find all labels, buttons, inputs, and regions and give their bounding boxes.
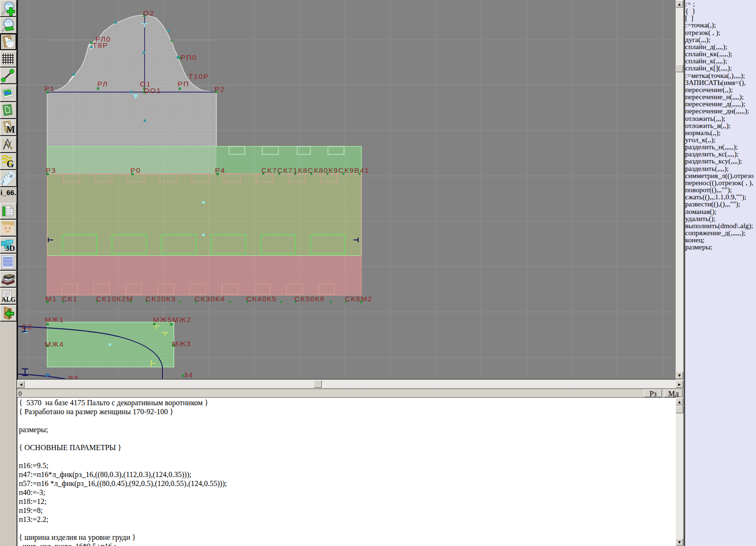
svg-text:М1: М1 [45, 295, 57, 303]
svg-text:34: 34 [184, 371, 193, 379]
svg-text:Т10Р: Т10Р [189, 72, 209, 80]
svg-text:РП0: РП0 [180, 53, 197, 61]
svg-text:МЖ5МЖ2: МЖ5МЖ2 [153, 316, 191, 324]
svg-text:В6: В6 [69, 374, 79, 379]
svg-text:МЖ3: МЖ3 [172, 340, 191, 348]
svg-text:СК50К6: СК50К6 [294, 295, 325, 303]
svg-text:С2: С2 [22, 323, 33, 331]
svg-text:7: 7 [1, 180, 4, 186]
svg-text:G: G [7, 159, 14, 169]
svg-text:СК10К2М: СК10К2М [96, 295, 133, 303]
svg-text:ОО1: ОО1 [144, 86, 162, 94]
svg-text:МЖ1: МЖ1 [45, 316, 64, 324]
svg-text:РЛ: РЛ [97, 80, 108, 88]
svg-text:Р3: Р3 [46, 166, 56, 174]
svg-text:3D: 3D [5, 244, 15, 252]
svg-text:Р1: Р1 [44, 85, 55, 93]
svg-text:СК30К4: СК30К4 [195, 295, 225, 303]
svg-text:Р0: Р0 [130, 166, 141, 174]
svg-text:СК40К5: СК40К5 [246, 295, 277, 303]
svg-text:О2: О2 [143, 9, 155, 17]
svg-text:СК1: СК1 [62, 295, 78, 303]
svg-text:МЖ4: МЖ4 [45, 340, 64, 348]
svg-text:Р2: Р2 [215, 85, 225, 93]
svg-text:Т8Р: Т8Р [93, 41, 108, 49]
svg-text:ALG: ALG [1, 296, 15, 303]
svg-text:СК20К3: СК20К3 [146, 295, 176, 303]
svg-text:M: M [6, 124, 15, 135]
svg-text:СК6М2: СК6М2 [345, 295, 372, 303]
svg-text:СК7СК71К8СК80К9СК9В41: СК7СК71К8СК80К9СК9В41 [261, 166, 369, 174]
svg-text:Р4: Р4 [215, 166, 225, 174]
svg-text:РП: РП [178, 80, 189, 88]
